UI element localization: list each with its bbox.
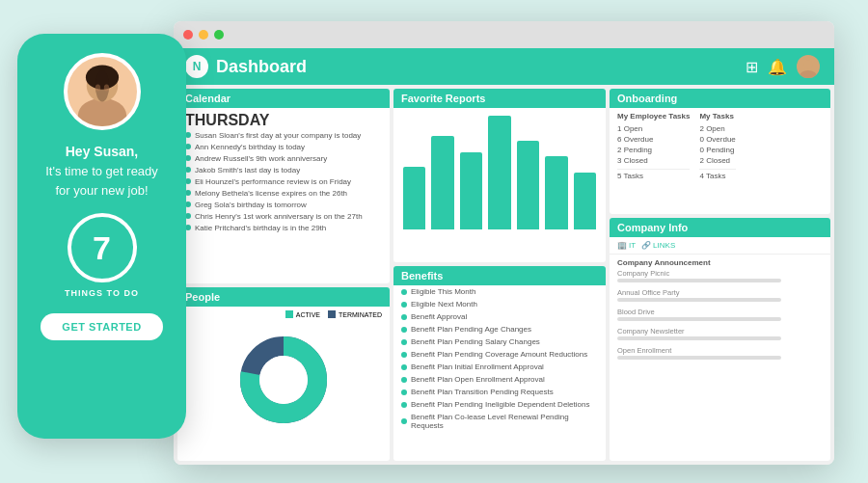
emp-stat-3: 2 Pending — [617, 146, 690, 154]
employee-tasks-col: My Employee Tasks 1 Open 6 Overdue 2 Pen… — [617, 112, 690, 182]
announcement-4: Company Newsletter — [617, 327, 823, 340]
benefit-1: Eligible This Month — [393, 285, 606, 298]
benefit-5: Benefit Plan Pending Salary Changes — [393, 335, 606, 348]
legend-terminated: TERMINATED — [328, 310, 382, 318]
my-stat-1: 2 Open — [699, 124, 735, 133]
bar-chart — [393, 108, 606, 233]
bar-1 — [403, 167, 425, 229]
minimize-button[interactable] — [199, 30, 208, 40]
browser-titlebar — [174, 21, 834, 48]
user-avatar[interactable] — [797, 55, 820, 78]
my-stat-5: 4 Tasks — [699, 169, 735, 180]
calendar-header: Calendar — [177, 89, 390, 108]
my-stat-4: 2 Closed — [699, 156, 735, 165]
bar-4 — [488, 116, 510, 229]
benefit-7: Benefit Plan Initial Enrollment Approval — [393, 361, 606, 373]
benefits-widget: Benefits Eligible This Month Eligible Ne… — [393, 266, 606, 461]
svg-point-4 — [95, 84, 99, 91]
announcement-bar-1 — [617, 279, 781, 282]
cal-event-8: Chris Henry's 1st work anniversary is on… — [185, 212, 382, 221]
my-stat-2: 0 Overdue — [699, 135, 735, 144]
announcement-bar-4 — [617, 336, 781, 340]
calendar-widget: Calendar THURSDAY Susan Sloan's first da… — [177, 89, 390, 283]
svg-point-6 — [803, 60, 813, 69]
reports-header: Favorite Reports — [393, 89, 606, 108]
bar-5 — [517, 141, 539, 229]
legend-active: ACTIVE — [285, 310, 320, 318]
bar-6 — [545, 156, 567, 229]
cal-event-1: Susan Sloan's first day at your company … — [185, 131, 382, 140]
people-chart — [177, 322, 390, 438]
cal-event-7: Greg Sola's birthday is tomorrow — [185, 201, 382, 209]
grid-icon[interactable]: ⊞ — [746, 58, 758, 76]
announcement-bar-2 — [617, 298, 781, 302]
benefit-8: Benefit Plan Open Enrollment Approval — [393, 373, 606, 386]
phone-widget: Hey Susan, It's time to get ready for yo… — [17, 34, 186, 439]
browser-topbar: N Dashboard ⊞ 🔔 — [174, 48, 834, 85]
page-title: Dashboard — [216, 57, 307, 77]
cal-event-4: Jakob Smith's last day is today — [185, 166, 382, 174]
my-stat-3: 0 Pending — [699, 146, 735, 154]
announcement-3: Blood Drive — [617, 308, 823, 321]
cal-event-2: Ann Kennedy's birthday is today — [185, 143, 382, 151]
announcement-bar-5 — [617, 356, 781, 360]
onboarding-widget: Onboarding My Employee Tasks 1 Open 6 Ov… — [610, 89, 830, 214]
things-label: THINGS TO DO — [65, 288, 139, 298]
reports-widget: Favorite Reports — [393, 89, 606, 262]
bar-3 — [460, 152, 482, 229]
cal-event-9: Katie Pritchard's birthday is in the 29t… — [185, 224, 382, 232]
scene: Hey Susan, It's time to get ready for yo… — [0, 0, 868, 483]
benefit-10: Benefit Plan Pending Ineligible Dependen… — [393, 398, 606, 411]
announcement-2: Annual Office Party — [617, 288, 823, 302]
bar-7 — [574, 173, 596, 229]
company-info-widget: Company Info 🏢 IT 🔗 LINKS Company Announ… — [610, 218, 830, 461]
svg-point-5 — [103, 84, 108, 91]
bell-icon[interactable]: 🔔 — [768, 58, 787, 76]
cal-event-6: Melony Bethela's license expires on the … — [185, 189, 382, 198]
cal-event-3: Andrew Russell's 9th work anniversary — [185, 154, 382, 163]
maximize-button[interactable] — [214, 30, 224, 40]
svg-point-0 — [77, 98, 125, 126]
announcement-1: Company Picnic — [617, 269, 823, 282]
company-tabs: 🏢 IT 🔗 LINKS — [610, 237, 830, 255]
phone-badge: 7 — [68, 213, 137, 282]
company-info-header: Company Info — [610, 218, 830, 237]
avatar — [64, 53, 141, 130]
emp-stat-4: 3 Closed — [617, 156, 690, 165]
browser-window: N Dashboard ⊞ 🔔 Calendar — [174, 21, 834, 465]
my-tasks-col: My Tasks 2 Open 0 Overdue 0 Pending 2 Cl… — [699, 112, 735, 182]
announcement-5: Open Enrollment — [617, 346, 823, 360]
right-column: Onboarding My Employee Tasks 1 Open 6 Ov… — [610, 89, 830, 461]
emp-stat-1: 1 Open — [617, 124, 690, 133]
announcements-title: Company Announcement — [617, 258, 823, 267]
company-tab-links[interactable]: 🔗 LINKS — [641, 241, 675, 250]
company-announcements: Company Announcement Company Picnic Annu… — [610, 255, 830, 369]
topbar-left: N Dashboard — [185, 55, 307, 78]
onboarding-cols: My Employee Tasks 1 Open 6 Overdue 2 Pen… — [610, 108, 830, 186]
company-tab-it[interactable]: 🏢 IT — [617, 241, 636, 250]
benefits-header: Benefits — [393, 266, 606, 285]
close-button[interactable] — [183, 30, 193, 40]
svg-point-10 — [259, 356, 308, 404]
people-widget: People ACTIVE TERMINATED — [177, 287, 390, 461]
emp-stat-5: 5 Tasks — [617, 169, 690, 180]
onboarding-header: Onboarding — [610, 89, 830, 108]
people-legend: ACTIVE TERMINATED — [177, 307, 390, 322]
mid-column: Favorite Reports Benefits — [393, 89, 606, 461]
calendar-day: THURSDAY — [177, 108, 390, 131]
emp-stat-2: 6 Overdue — [617, 135, 690, 144]
nav-logo: N — [185, 55, 208, 78]
benefit-11: Benefit Plan Co-lease Level Renewal Pend… — [393, 411, 606, 432]
topbar-right: ⊞ 🔔 — [746, 55, 820, 78]
announcement-bar-3 — [617, 317, 781, 321]
get-started-button[interactable]: GET STARTED — [41, 313, 162, 340]
bar-2 — [431, 136, 453, 229]
benefit-2: Eligible Next Month — [393, 298, 606, 310]
phone-greeting: Hey Susan, It's time to get ready for yo… — [45, 142, 158, 200]
svg-point-7 — [800, 70, 817, 78]
benefit-4: Benefit Plan Pending Age Changes — [393, 323, 606, 335]
benefits-list: Eligible This Month Eligible Next Month … — [393, 285, 606, 432]
dashboard-body: Calendar THURSDAY Susan Sloan's first da… — [174, 85, 834, 465]
benefit-6: Benefit Plan Pending Coverage Amount Red… — [393, 348, 606, 361]
people-header: People — [177, 287, 390, 307]
